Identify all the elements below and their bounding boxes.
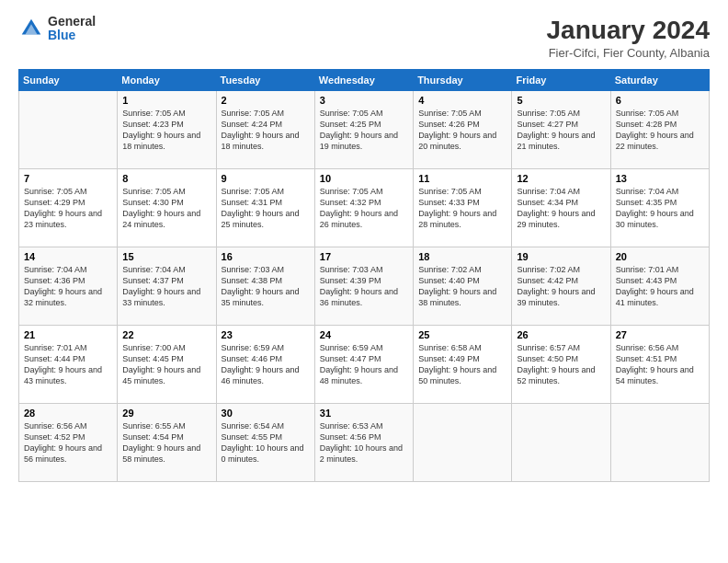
cell-info: Sunrise: 7:00 AMSunset: 4:45 PMDaylight:… xyxy=(122,342,210,387)
cell-day-number: 2 xyxy=(222,95,310,106)
logo-text: General Blue xyxy=(48,15,96,43)
sub-title: Fier-Cifci, Fier County, Albania xyxy=(547,46,710,60)
calendar-cell: 25Sunrise: 6:58 AMSunset: 4:49 PMDayligh… xyxy=(414,325,512,403)
calendar-cell xyxy=(610,403,709,481)
cell-day-number: 18 xyxy=(418,251,506,262)
cell-info: Sunrise: 7:05 AMSunset: 4:32 PMDaylight:… xyxy=(320,186,408,231)
calendar-cell: 16Sunrise: 7:03 AMSunset: 4:38 PMDayligh… xyxy=(216,247,314,325)
cell-info: Sunrise: 7:01 AMSunset: 4:43 PMDaylight:… xyxy=(616,264,704,309)
calendar-cell: 24Sunrise: 6:59 AMSunset: 4:47 PMDayligh… xyxy=(314,325,413,403)
cell-info: Sunrise: 6:57 AMSunset: 4:50 PMDaylight:… xyxy=(517,342,605,387)
cell-day-number: 17 xyxy=(320,251,408,262)
calendar-cell: 19Sunrise: 7:02 AMSunset: 4:42 PMDayligh… xyxy=(512,247,610,325)
cell-day-number: 25 xyxy=(418,329,506,340)
cell-day-number: 5 xyxy=(517,95,605,106)
cell-info: Sunrise: 6:55 AMSunset: 4:54 PMDaylight:… xyxy=(122,420,210,465)
calendar-cell: 30Sunrise: 6:54 AMSunset: 4:55 PMDayligh… xyxy=(216,403,314,481)
cell-day-number: 26 xyxy=(517,329,605,340)
cell-day-number: 10 xyxy=(320,173,408,184)
logo-blue: Blue xyxy=(48,29,96,42)
cell-day-number: 9 xyxy=(222,173,310,184)
cell-info: Sunrise: 6:59 AMSunset: 4:47 PMDaylight:… xyxy=(320,342,408,387)
calendar-cell: 26Sunrise: 6:57 AMSunset: 4:50 PMDayligh… xyxy=(512,325,610,403)
calendar-cell: 10Sunrise: 7:05 AMSunset: 4:32 PMDayligh… xyxy=(314,168,413,247)
cell-info: Sunrise: 6:58 AMSunset: 4:49 PMDaylight:… xyxy=(418,342,506,387)
logo-general: General xyxy=(48,15,96,29)
calendar-day-header: Tuesday xyxy=(216,69,314,90)
cell-day-number: 13 xyxy=(616,173,704,184)
calendar-cell: 31Sunrise: 6:53 AMSunset: 4:56 PMDayligh… xyxy=(314,403,413,481)
cell-info: Sunrise: 7:02 AMSunset: 4:42 PMDaylight:… xyxy=(517,264,605,309)
cell-info: Sunrise: 7:05 AMSunset: 4:31 PMDaylight:… xyxy=(222,186,310,231)
cell-day-number: 7 xyxy=(24,173,112,184)
cell-day-number: 19 xyxy=(517,251,605,262)
calendar-day-header: Sunday xyxy=(19,69,118,90)
cell-day-number: 24 xyxy=(320,329,408,340)
calendar-cell: 5Sunrise: 7:05 AMSunset: 4:27 PMDaylight… xyxy=(512,90,610,168)
calendar-header-row: SundayMondayTuesdayWednesdayThursdayFrid… xyxy=(19,69,710,90)
cell-day-number: 27 xyxy=(616,329,704,340)
calendar-cell: 3Sunrise: 7:05 AMSunset: 4:25 PMDaylight… xyxy=(314,90,413,168)
calendar-week-row: 21Sunrise: 7:01 AMSunset: 4:44 PMDayligh… xyxy=(19,325,710,403)
calendar-week-row: 7Sunrise: 7:05 AMSunset: 4:29 PMDaylight… xyxy=(19,168,710,247)
calendar-cell xyxy=(512,403,610,481)
cell-info: Sunrise: 7:05 AMSunset: 4:24 PMDaylight:… xyxy=(222,108,310,153)
cell-info: Sunrise: 6:53 AMSunset: 4:56 PMDaylight:… xyxy=(320,420,408,465)
cell-info: Sunrise: 6:56 AMSunset: 4:52 PMDaylight:… xyxy=(24,420,112,465)
calendar-cell: 7Sunrise: 7:05 AMSunset: 4:29 PMDaylight… xyxy=(19,168,118,247)
calendar-cell: 1Sunrise: 7:05 AMSunset: 4:23 PMDaylight… xyxy=(118,90,216,168)
cell-info: Sunrise: 7:04 AMSunset: 4:35 PMDaylight:… xyxy=(616,186,704,231)
calendar-day-header: Friday xyxy=(512,69,610,90)
cell-info: Sunrise: 7:04 AMSunset: 4:37 PMDaylight:… xyxy=(122,264,210,309)
cell-info: Sunrise: 6:59 AMSunset: 4:46 PMDaylight:… xyxy=(222,342,310,387)
calendar-cell: 23Sunrise: 6:59 AMSunset: 4:46 PMDayligh… xyxy=(216,325,314,403)
cell-day-number: 22 xyxy=(122,329,210,340)
calendar-cell: 29Sunrise: 6:55 AMSunset: 4:54 PMDayligh… xyxy=(118,403,216,481)
cell-info: Sunrise: 7:05 AMSunset: 4:33 PMDaylight:… xyxy=(418,186,506,231)
calendar-cell: 4Sunrise: 7:05 AMSunset: 4:26 PMDaylight… xyxy=(414,90,512,168)
cell-day-number: 1 xyxy=(122,95,210,106)
cell-info: Sunrise: 7:05 AMSunset: 4:27 PMDaylight:… xyxy=(517,108,605,153)
calendar-day-header: Saturday xyxy=(610,69,709,90)
cell-day-number: 23 xyxy=(222,329,310,340)
logo: General Blue xyxy=(18,15,96,43)
cell-day-number: 28 xyxy=(24,408,112,419)
calendar-cell: 12Sunrise: 7:04 AMSunset: 4:34 PMDayligh… xyxy=(512,168,610,247)
cell-info: Sunrise: 7:04 AMSunset: 4:36 PMDaylight:… xyxy=(24,264,112,309)
calendar-cell: 18Sunrise: 7:02 AMSunset: 4:40 PMDayligh… xyxy=(414,247,512,325)
cell-info: Sunrise: 7:05 AMSunset: 4:26 PMDaylight:… xyxy=(418,108,506,153)
calendar-cell: 21Sunrise: 7:01 AMSunset: 4:44 PMDayligh… xyxy=(19,325,118,403)
cell-day-number: 14 xyxy=(24,251,112,262)
header: General Blue January 2024 Fier-Cifci, Fi… xyxy=(18,15,710,60)
cell-info: Sunrise: 6:56 AMSunset: 4:51 PMDaylight:… xyxy=(616,342,704,387)
cell-day-number: 20 xyxy=(616,251,704,262)
main-title: January 2024 xyxy=(547,15,710,46)
calendar-week-row: 14Sunrise: 7:04 AMSunset: 4:36 PMDayligh… xyxy=(19,247,710,325)
cell-day-number: 12 xyxy=(517,173,605,184)
logo-icon xyxy=(18,16,44,41)
cell-day-number: 21 xyxy=(24,329,112,340)
cell-info: Sunrise: 7:05 AMSunset: 4:30 PMDaylight:… xyxy=(122,186,210,231)
calendar-cell: 27Sunrise: 6:56 AMSunset: 4:51 PMDayligh… xyxy=(610,325,709,403)
calendar-table: SundayMondayTuesdayWednesdayThursdayFrid… xyxy=(18,69,710,482)
calendar-week-row: 1Sunrise: 7:05 AMSunset: 4:23 PMDaylight… xyxy=(19,90,710,168)
title-block: January 2024 Fier-Cifci, Fier County, Al… xyxy=(547,15,710,60)
cell-info: Sunrise: 7:01 AMSunset: 4:44 PMDaylight:… xyxy=(24,342,112,387)
cell-info: Sunrise: 7:04 AMSunset: 4:34 PMDaylight:… xyxy=(517,186,605,231)
cell-info: Sunrise: 7:05 AMSunset: 4:23 PMDaylight:… xyxy=(122,108,210,153)
calendar-cell: 14Sunrise: 7:04 AMSunset: 4:36 PMDayligh… xyxy=(19,247,118,325)
calendar-cell: 15Sunrise: 7:04 AMSunset: 4:37 PMDayligh… xyxy=(118,247,216,325)
cell-day-number: 30 xyxy=(222,408,310,419)
cell-info: Sunrise: 7:05 AMSunset: 4:28 PMDaylight:… xyxy=(616,108,704,153)
calendar-cell: 8Sunrise: 7:05 AMSunset: 4:30 PMDaylight… xyxy=(118,168,216,247)
cell-day-number: 31 xyxy=(320,408,408,419)
cell-info: Sunrise: 7:02 AMSunset: 4:40 PMDaylight:… xyxy=(418,264,506,309)
calendar-cell: 13Sunrise: 7:04 AMSunset: 4:35 PMDayligh… xyxy=(610,168,709,247)
cell-info: Sunrise: 7:05 AMSunset: 4:25 PMDaylight:… xyxy=(320,108,408,153)
calendar-cell: 20Sunrise: 7:01 AMSunset: 4:43 PMDayligh… xyxy=(610,247,709,325)
page: General Blue January 2024 Fier-Cifci, Fi… xyxy=(0,0,728,563)
cell-day-number: 6 xyxy=(616,95,704,106)
calendar-cell: 6Sunrise: 7:05 AMSunset: 4:28 PMDaylight… xyxy=(610,90,709,168)
calendar-cell: 2Sunrise: 7:05 AMSunset: 4:24 PMDaylight… xyxy=(216,90,314,168)
cell-day-number: 3 xyxy=(320,95,408,106)
